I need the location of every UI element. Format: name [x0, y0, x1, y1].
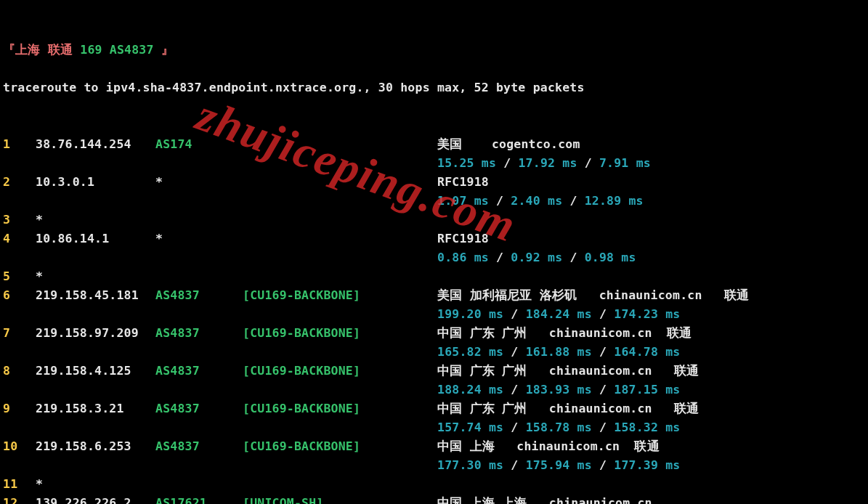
- hop-info: RFC1918: [437, 173, 489, 192]
- latency-2: 0.92 ms: [511, 248, 562, 267]
- hop-row: 210.3.0.1*RFC1918: [3, 173, 865, 192]
- hop-info: 中国 广东 广州 chinaunicom.cn 联通: [437, 324, 691, 343]
- hop-row: 410.86.14.1*RFC1918: [3, 229, 865, 248]
- hop-row: 10219.158.6.253AS4837[CU169-BACKBONE]中国 …: [3, 437, 865, 456]
- hop-number: 5: [3, 267, 36, 286]
- hop-number: 6: [3, 286, 36, 305]
- hop-asn: AS4837: [155, 362, 243, 381]
- header-open: 『上海 联通: [3, 41, 80, 60]
- hop-asn: AS174: [155, 135, 243, 154]
- hop-asn: AS4837: [155, 286, 243, 305]
- latency-2: 2.40 ms: [511, 192, 562, 211]
- latency-1: 188.24 ms: [437, 381, 503, 399]
- latency-sep: /: [577, 154, 599, 173]
- trace-header: 『上海 联通 169 AS4837 』: [3, 41, 865, 60]
- hop-latency-row: 1.07 ms / 2.40 ms / 12.89 ms: [3, 192, 865, 211]
- hop-ip: *: [36, 475, 155, 494]
- hop-row: 138.76.144.254AS174美国 cogentco.com: [3, 135, 865, 154]
- hop-row: 8219.158.4.125AS4837[CU169-BACKBONE]中国 广…: [3, 362, 865, 381]
- latency-sep: /: [503, 456, 525, 475]
- latency-2: 17.92 ms: [518, 154, 577, 173]
- hop-asn: *: [155, 229, 243, 248]
- hop-latency-row: 188.24 ms / 183.93 ms / 187.15 ms: [3, 381, 865, 399]
- header-nums: 169 AS4837: [80, 41, 153, 60]
- latency-sep: /: [592, 418, 614, 437]
- hop-info: 中国 广东 广州 chinaunicom.cn 联通: [437, 362, 699, 381]
- hop-number: 12: [3, 494, 36, 504]
- hop-latency-row: 177.30 ms / 175.94 ms / 177.39 ms: [3, 456, 865, 475]
- hop-info: 中国 上海 上海 chinaunicom.cn: [437, 494, 652, 504]
- latency-sep: /: [503, 305, 525, 324]
- hop-number: 7: [3, 324, 36, 343]
- latency-3: 158.32 ms: [614, 418, 680, 437]
- latency-sep: /: [489, 248, 511, 267]
- hop-backbone-tag: [CU169-BACKBONE]: [243, 399, 437, 418]
- hop-ip: 10.3.0.1: [36, 173, 155, 192]
- hop-number: 1: [3, 135, 36, 154]
- hop-latency-row: 157.74 ms / 158.78 ms / 158.32 ms: [3, 418, 865, 437]
- latency-3: 12.89 ms: [585, 192, 644, 211]
- hop-info: 中国 上海 chinaunicom.cn 联通: [437, 437, 660, 456]
- hop-ip: 219.158.3.21: [36, 399, 155, 418]
- hop-backbone-tag: [UNICOM-SH]: [243, 494, 437, 504]
- hop-row: 3*: [3, 211, 865, 229]
- hop-ip: 139.226.226.2: [36, 494, 155, 504]
- latency-3: 174.23 ms: [614, 305, 680, 324]
- latency-2: 184.24 ms: [526, 305, 592, 324]
- hop-latency-row: 165.82 ms / 161.88 ms / 164.78 ms: [3, 343, 865, 362]
- latency-3: 7.91 ms: [599, 154, 651, 173]
- latency-3: 164.78 ms: [614, 343, 680, 362]
- latency-1: 177.30 ms: [437, 456, 503, 475]
- latency-1: 157.74 ms: [437, 418, 503, 437]
- latency-1: 165.82 ms: [437, 343, 503, 362]
- hop-ip: 10.86.14.1: [36, 229, 155, 248]
- hop-info: 美国 加利福尼亚 洛杉矶 chinaunicom.cn 联通: [437, 286, 749, 305]
- hop-latency-row: 199.20 ms / 184.24 ms / 174.23 ms: [3, 305, 865, 324]
- hop-ip: 219.158.6.253: [36, 437, 155, 456]
- latency-sep: /: [496, 154, 518, 173]
- hop-latency-row: 0.86 ms / 0.92 ms / 0.98 ms: [3, 248, 865, 267]
- hop-number: 4: [3, 229, 36, 248]
- hop-ip: 219.158.97.209: [36, 324, 155, 343]
- hop-asn: AS4837: [155, 399, 243, 418]
- hop-backbone-tag: [CU169-BACKBONE]: [243, 362, 437, 381]
- hop-info: RFC1918: [437, 229, 489, 248]
- latency-sep: /: [592, 381, 614, 399]
- header-close: 』: [154, 41, 174, 60]
- hop-asn: *: [155, 173, 243, 192]
- hop-backbone-tag: [CU169-BACKBONE]: [243, 286, 437, 305]
- hop-latency-row: 15.25 ms / 17.92 ms / 7.91 ms: [3, 154, 865, 173]
- latency-sep: /: [489, 192, 511, 211]
- latency-3: 0.98 ms: [585, 248, 636, 267]
- hop-number: 10: [3, 437, 36, 456]
- hop-row: 6219.158.45.181AS4837[CU169-BACKBONE]美国 …: [3, 286, 865, 305]
- hop-row: 11*: [3, 475, 865, 494]
- trace-command: traceroute to ipv4.sha-4837.endpoint.nxt…: [3, 78, 865, 97]
- hop-ip: 219.158.4.125: [36, 362, 155, 381]
- hop-backbone-tag: [CU169-BACKBONE]: [243, 437, 437, 456]
- hop-asn: AS17621: [155, 494, 243, 504]
- hop-number: 9: [3, 399, 36, 418]
- latency-3: 177.39 ms: [614, 456, 680, 475]
- terminal-output: 『上海 联通 169 AS4837 』 traceroute to ipv4.s…: [0, 0, 868, 504]
- latency-sep: /: [592, 343, 614, 362]
- hop-ip: *: [36, 267, 155, 286]
- latency-sep: /: [503, 418, 525, 437]
- latency-2: 158.78 ms: [526, 418, 592, 437]
- hop-asn: AS4837: [155, 437, 243, 456]
- hop-info: 中国 广东 广州 chinaunicom.cn 联通: [437, 399, 699, 418]
- hop-row: 9219.158.3.21AS4837[CU169-BACKBONE]中国 广东…: [3, 399, 865, 418]
- hop-row: 12139.226.226.2AS17621[UNICOM-SH]中国 上海 上…: [3, 494, 865, 504]
- latency-2: 175.94 ms: [526, 456, 592, 475]
- latency-sep: /: [562, 248, 584, 267]
- latency-3: 187.15 ms: [614, 381, 680, 399]
- latency-2: 183.93 ms: [526, 381, 592, 399]
- latency-sep: /: [562, 192, 584, 211]
- latency-sep: /: [592, 456, 614, 475]
- hop-ip: 219.158.45.181: [36, 286, 155, 305]
- hop-info: 美国 cogentco.com: [437, 135, 580, 154]
- hop-asn: AS4837: [155, 324, 243, 343]
- hop-row: 5*: [3, 267, 865, 286]
- latency-1: 15.25 ms: [437, 154, 496, 173]
- hop-number: 3: [3, 211, 36, 229]
